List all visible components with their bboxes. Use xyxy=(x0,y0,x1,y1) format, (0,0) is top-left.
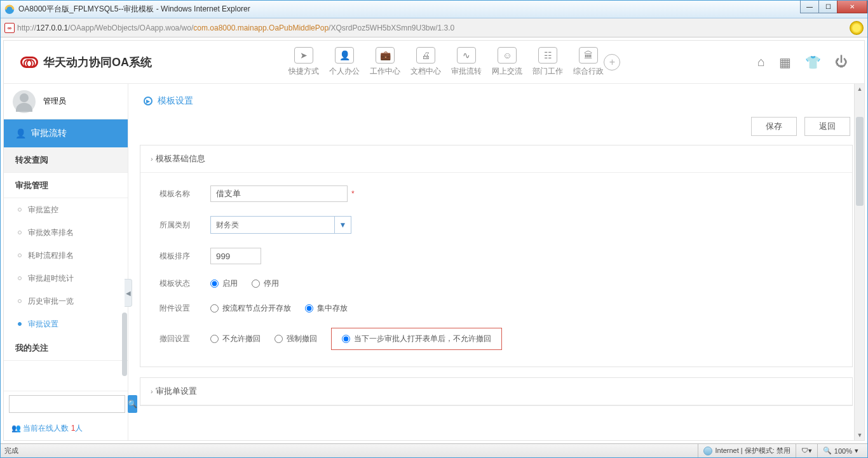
globe-icon xyxy=(703,447,712,455)
nav-icon: 💼 xyxy=(376,47,395,64)
nav-icon: 🏛 xyxy=(579,47,598,64)
nav-item-1[interactable]: 👤个人办公 xyxy=(329,47,360,77)
sidebar-item-4[interactable]: 历史审批一览 xyxy=(4,290,128,313)
radio-status-enable[interactable]: 启用 xyxy=(210,278,238,289)
chevron-down-icon: ▼ xyxy=(334,217,351,233)
avatar-icon xyxy=(13,90,36,113)
radio-recall-deny[interactable]: 不允许撤回 xyxy=(210,333,261,344)
home-icon[interactable]: ⌂ xyxy=(757,55,765,70)
sidebar-item-5[interactable]: 审批设置 xyxy=(4,313,128,335)
nav-item-3[interactable]: 🖨文档中心 xyxy=(410,47,441,77)
label-order: 模板排序 xyxy=(159,251,210,262)
save-button[interactable]: 保存 xyxy=(751,117,797,136)
nav-item-5[interactable]: ☺网上交流 xyxy=(492,47,522,77)
online-count: 👥 当前在线人数 1人 xyxy=(4,417,128,440)
label-recall: 撤回设置 xyxy=(159,333,210,344)
nav-item-6[interactable]: ☷部门工作 xyxy=(532,47,563,77)
status-done: 完成 xyxy=(4,446,18,455)
status-protected-mode-icon[interactable]: 🛡▾ xyxy=(796,444,817,457)
bullet-icon xyxy=(18,208,22,212)
bullet-icon xyxy=(18,231,22,234)
url-text[interactable]: http://127.0.0.1/OAapp/WebObjects/OAapp.… xyxy=(17,24,850,32)
site-icon: ∞ xyxy=(4,23,15,33)
sidebar-item-2[interactable]: 耗时流程排名 xyxy=(4,244,128,267)
status-zoom[interactable]: 🔍 100% ▾ xyxy=(817,444,864,457)
nav-icon: ∿ xyxy=(457,47,476,64)
power-icon[interactable]: ⏻ xyxy=(835,55,848,70)
top-navbar: 华天动力协同OA系统 ➤快捷方式👤个人办公💼工作中心🖨文档中心∿审批流转☺网上交… xyxy=(4,41,864,84)
panel-header-icon: ▶ xyxy=(144,97,153,105)
sidebar-user[interactable]: 管理员 xyxy=(4,84,128,119)
sidebar-item-1[interactable]: 审批效率排名 xyxy=(4,221,128,244)
label-template-name: 模板名称 xyxy=(159,189,210,199)
panel-basic-info: ›模板基础信息 模板名称 * 所属类别 财务类 xyxy=(140,145,853,367)
sidebar: 管理员 👤 审批流转 转发查阅 审批管理 审批监控审批效率排名耗时流程排名审批超… xyxy=(4,84,128,440)
label-status: 模板状态 xyxy=(159,278,210,289)
app-logo: 华天动力协同OA系统 xyxy=(20,55,152,70)
sidebar-section-forward[interactable]: 转发查阅 xyxy=(4,147,128,173)
sidebar-scrollbar[interactable] xyxy=(122,313,127,376)
status-bar: 完成 Internet | 保护模式: 禁用 🛡▾ 🔍 100% ▾ xyxy=(1,443,867,457)
sidebar-section-follow[interactable]: 我的关注 xyxy=(4,335,128,361)
panel-approval-form: ›审批单设置 xyxy=(140,377,853,406)
window-titlebar: OA8000平台版_FPLMYSQL5--审批模板 - Windows Inte… xyxy=(1,1,867,18)
input-order[interactable] xyxy=(210,248,261,264)
maximize-button[interactable]: ☐ xyxy=(818,1,837,13)
add-nav-button[interactable]: + xyxy=(604,54,620,71)
nav-item-2[interactable]: 💼工作中心 xyxy=(370,47,400,77)
apps-icon[interactable]: ▦ xyxy=(779,55,791,70)
content-scrollbar[interactable]: ▲ ▼ xyxy=(854,84,864,440)
label-category: 所属类别 xyxy=(159,220,210,231)
nav-icon: 👤 xyxy=(335,47,354,64)
scroll-thumb[interactable] xyxy=(856,117,864,206)
sidebar-active-module[interactable]: 👤 审批流转 xyxy=(4,119,128,147)
sidebar-section-approval-mgmt[interactable]: 审批管理 xyxy=(4,173,128,198)
required-mark: * xyxy=(351,189,355,198)
scroll-down-icon[interactable]: ▼ xyxy=(855,430,864,440)
nav-icon: ☷ xyxy=(538,47,557,64)
close-button[interactable]: ✕ xyxy=(837,1,867,13)
bullet-icon xyxy=(18,322,22,326)
bullet-icon xyxy=(18,276,22,280)
input-template-name[interactable] xyxy=(210,185,348,202)
minimize-button[interactable]: — xyxy=(800,1,819,13)
nav-icon: ☺ xyxy=(498,47,517,64)
window-title: OA8000平台版_FPLMYSQL5--审批模板 - Windows Inte… xyxy=(18,4,250,15)
bullet-icon xyxy=(18,253,22,257)
panel-basic-title[interactable]: ›模板基础信息 xyxy=(140,145,852,173)
status-security[interactable]: Internet | 保护模式: 禁用 xyxy=(698,444,795,457)
address-bar: ∞ http://127.0.0.1/OAapp/WebObjects/OAap… xyxy=(1,18,867,37)
sidebar-collapse-toggle[interactable]: ◀ xyxy=(125,279,132,307)
radio-attach-central[interactable]: 集中存放 xyxy=(305,303,348,314)
radio-recall-force[interactable]: 强制撤回 xyxy=(275,333,317,344)
sidebar-search-input[interactable] xyxy=(9,395,125,413)
user-icon: 👤 xyxy=(15,128,26,138)
panel-header: ▶ 模板设置 xyxy=(140,90,864,117)
back-button[interactable]: 返回 xyxy=(804,117,850,136)
logo-text: 华天动力协同OA系统 xyxy=(43,55,152,70)
radio-recall-conditional[interactable]: 当下一步审批人打开表单后，不允许撤回 xyxy=(331,328,502,350)
shirt-icon[interactable]: 👕 xyxy=(805,55,821,70)
logo-icon xyxy=(20,57,38,68)
panel-approval-title[interactable]: ›审批单设置 xyxy=(140,378,852,405)
nav-item-7[interactable]: 🏛综合行政 xyxy=(573,47,604,77)
main-content: ▶ 模板设置 保存 返回 ›模板基础信息 模板名称 * xyxy=(128,84,864,440)
bullet-icon xyxy=(18,299,22,303)
nav-icon: ➤ xyxy=(294,47,313,64)
nav-item-0[interactable]: ➤快捷方式 xyxy=(288,47,319,77)
ie-icon xyxy=(4,4,15,15)
sidebar-item-0[interactable]: 审批监控 xyxy=(4,198,128,221)
radio-attach-split[interactable]: 按流程节点分开存放 xyxy=(210,303,291,314)
sidebar-item-3[interactable]: 审批超时统计 xyxy=(4,267,128,290)
label-attachment: 附件设置 xyxy=(159,303,210,314)
select-category[interactable]: 财务类 ▼ xyxy=(210,216,351,234)
radio-status-disable[interactable]: 停用 xyxy=(252,278,279,289)
nav-item-4[interactable]: ∿审批流转 xyxy=(451,47,482,77)
nav-icon: 🖨 xyxy=(416,47,435,64)
compat-view-icon[interactable] xyxy=(850,21,864,35)
scroll-up-icon[interactable]: ▲ xyxy=(855,84,864,94)
user-name: 管理员 xyxy=(43,96,66,107)
